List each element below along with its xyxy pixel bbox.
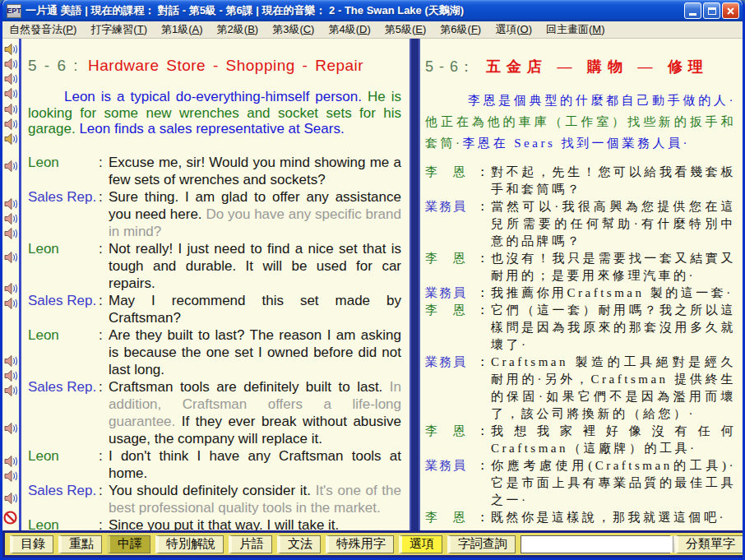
toolbar-button-文法[interactable]: 文法 <box>277 535 321 553</box>
toolbar-button-目錄[interactable]: 目錄 <box>10 535 53 553</box>
window-controls <box>684 2 739 19</box>
speaker-colon: : <box>99 154 109 171</box>
dialogue-row: 李 恩：我想我家裡好像沒有任何 Craftsman（這廠牌）的工具· <box>425 423 736 457</box>
intro-sentence: Leon is a typical do-everything-himself … <box>64 89 368 104</box>
dialogue-sentence: 我想我家裡好像沒有任何 Craftsman（這廠牌）的工具· <box>491 424 736 455</box>
window-title: 一片通 美語 | 現在的課程： 對話 - 第5級 - 第6課 | 現在的音樂： … <box>25 3 680 18</box>
toolbar-button-重點[interactable]: 重點 <box>58 535 102 553</box>
speaker-icon[interactable] <box>4 456 18 467</box>
prohibition-icon <box>3 511 17 525</box>
speaker-name: 業務員 <box>425 285 476 302</box>
menu-item[interactable]: 第6級(F) <box>440 22 481 37</box>
maximize-icon <box>708 7 716 15</box>
dialogue-row: Leon:I don't think I have any Craftsman … <box>28 447 401 482</box>
bottom-toolbar: 目錄重點中譯特別解說片語文法特殊用字選項字詞查詢 分類單字 <box>2 530 743 558</box>
dialogue-sentence: 我推薦你用Craftsman 製的這一套· <box>491 286 733 299</box>
dialogue-sentence: 也沒有！我只是需要找一套又結實又耐用的；是要用來修理汽車的· <box>491 252 736 282</box>
dialogue-text: 你應考慮使用(Craftsman的工具)·它是市面上具有專業品質的最佳工具之一· <box>491 457 736 509</box>
speaker-colon: : <box>99 482 109 499</box>
speaker-name: Leon <box>28 240 99 257</box>
speaker-colon: : <box>99 188 109 206</box>
speaker-colon: ： <box>476 509 491 526</box>
maximize-button[interactable] <box>703 2 720 19</box>
lesson-heading-en: 5 - 6 :Hardware Store - Shopping - Repai… <box>28 57 401 75</box>
dialogue-row: Leon:Are they built to last? The reason … <box>28 326 401 378</box>
dialogue-row: 業務員：當然可以·我很高興為您提供您在這兒所需要的任何幫助·有什麼特別中意的品牌… <box>425 198 736 250</box>
dialogue-text: 我推薦你用Craftsman 製的這一套· <box>491 285 736 302</box>
speaker-icon[interactable] <box>4 355 18 367</box>
dialogue-text: I don't think I have any Craftsman tools… <box>109 447 401 482</box>
speaker-icon[interactable] <box>4 252 18 263</box>
speaker-icon[interactable] <box>4 493 18 504</box>
dialogue-row: 業務員：我推薦你用Craftsman 製的這一套· <box>425 285 736 302</box>
dialogue-en: Leon:Excuse me, sir! Would you mind show… <box>28 154 401 531</box>
menu-item[interactable]: 回主畫面(M) <box>546 22 605 37</box>
menu-item[interactable]: 第1級(A) <box>161 22 203 37</box>
speaker-icon[interactable] <box>4 298 18 309</box>
speaker-colon: ： <box>476 285 491 302</box>
minimize-button[interactable] <box>684 2 701 19</box>
speaker-icon[interactable] <box>4 370 18 382</box>
intro-sentence: 李恩是個典型的什麼都自己動手做的人· <box>468 94 736 107</box>
speaker-icon[interactable] <box>4 133 18 145</box>
classified-words-button[interactable]: 分類單字 <box>675 535 743 553</box>
menu-item[interactable]: 選項(O) <box>495 22 532 37</box>
speaker-icon[interactable] <box>4 385 18 396</box>
speaker-name: Sales Rep. <box>28 482 99 499</box>
speaker-colon: ： <box>476 302 491 319</box>
menu-item[interactable]: 第4級(D) <box>328 22 370 37</box>
speaker-icon[interactable] <box>4 44 18 55</box>
speaker-icon[interactable] <box>4 283 18 294</box>
dialogue-sentence: 既然你是這樣說，那我就選這個吧· <box>491 511 726 524</box>
dialogue-sentence: You should definitely consider it. <box>109 483 316 498</box>
app-logo-icon: EPT <box>7 4 21 18</box>
speaker-name: Leon <box>28 516 99 531</box>
speaker-icon[interactable] <box>4 198 18 210</box>
lesson-heading-zh: 5 - 6：五金店 — 購物 — 修理 <box>425 57 736 76</box>
intro-sentence: 李恩在 Sears 找到一個業務人員· <box>463 137 691 150</box>
dialogue-text: Not really! I just need to find a nice s… <box>109 240 401 292</box>
dialogue-row: Sales Rep.:May I recommend this set made… <box>28 292 401 326</box>
speaker-icon[interactable] <box>4 73 18 85</box>
menu-item[interactable]: 第5級(E) <box>385 22 427 37</box>
dialogue-text: Excuse me, sir! Would you mind showing m… <box>109 154 401 188</box>
speaker-colon: : <box>99 516 109 531</box>
speaker-icon[interactable] <box>4 470 18 482</box>
toolbar-button-片語[interactable]: 片語 <box>229 535 272 553</box>
speaker-icon[interactable] <box>4 58 18 70</box>
speaker-icon[interactable] <box>4 88 18 100</box>
speaker-icon[interactable] <box>4 228 18 239</box>
dialogue-row: Sales Rep.:You should definitely conside… <box>28 482 401 516</box>
toolbar-button-字詞查詢[interactable]: 字詞查詢 <box>447 535 516 553</box>
speaker-colon: ： <box>476 250 491 267</box>
speaker-colon: : <box>99 240 109 257</box>
toolbar-button-中譯[interactable]: 中譯 <box>107 535 150 553</box>
speaker-name: Leon <box>28 326 99 344</box>
dialogue-sentence: Not really! I just need to find a nice s… <box>109 241 401 291</box>
speaker-name: 李 恩 <box>425 164 476 181</box>
speaker-colon: ： <box>476 457 491 474</box>
menu-item[interactable]: 第3級(C) <box>272 22 314 37</box>
speaker-icon[interactable] <box>4 104 18 115</box>
dialogue-sentence: May I recommend this set made by Craftsm… <box>109 293 401 326</box>
word-search-input[interactable] <box>521 536 673 553</box>
toolbar-button-特殊用字[interactable]: 特殊用字 <box>326 535 394 553</box>
word-search-combobox[interactable] <box>521 535 670 553</box>
dialogue-sentence: Craftsman 製造的工具絕對是經久耐用的·另外，Craftsman 提供終… <box>491 355 736 420</box>
menu-item[interactable]: 自然發音法(P) <box>9 22 76 37</box>
intro-paragraph-en: Leon is a typical do-everything-himself … <box>28 89 401 137</box>
toolbar-button-特別解說[interactable]: 特別解說 <box>155 535 224 553</box>
dialogue-sentence: 它們（這一套）耐用嗎？我之所以這樣問是因為我原來的那套沒用多久就壞了· <box>491 303 736 351</box>
speaker-name: 李 恩 <box>425 302 476 319</box>
menu-item[interactable]: 打字練習(T) <box>90 22 147 37</box>
dialogue-row: 李 恩：它們（這一套）耐用嗎？我之所以這樣問是因為我原來的那套沒用多久就壞了· <box>425 302 736 354</box>
speaker-icon[interactable] <box>4 160 18 172</box>
menu-item[interactable]: 第2級(B) <box>217 22 259 37</box>
close-button[interactable] <box>722 2 739 19</box>
dialogue-text: Craftsman 製造的工具絕對是經久耐用的·另外，Craftsman 提供終… <box>491 354 736 423</box>
speaker-icon[interactable] <box>4 423 18 434</box>
speaker-icon[interactable] <box>4 118 18 130</box>
dialogue-text: 它們（這一套）耐用嗎？我之所以這樣問是因為我原來的那套沒用多久就壞了· <box>491 302 736 354</box>
toolbar-button-選項[interactable]: 選項 <box>399 535 442 553</box>
speaker-icon[interactable] <box>4 213 18 224</box>
